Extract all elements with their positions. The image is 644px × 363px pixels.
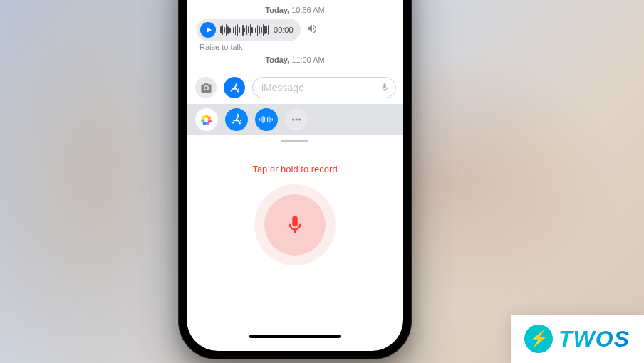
record-hint-label: Tap or hold to record (252, 164, 337, 174)
audio-waveform (220, 23, 269, 36)
imessage-apps-strip (187, 104, 403, 135)
microphone-icon (380, 83, 390, 93)
svg-rect-7 (259, 118, 260, 120)
svg-rect-8 (261, 117, 261, 122)
svg-point-6 (202, 116, 206, 120)
audio-message-bubble-row: 00:00 (197, 19, 403, 41)
iphone-device-frame: Today, 10:56 AM 00:00 Raise to talk (178, 0, 412, 359)
app-store-button[interactable] (224, 77, 245, 98)
svg-point-17 (296, 119, 298, 121)
timestamp-day-1: Today, (265, 6, 289, 14)
home-indicator[interactable] (249, 335, 341, 338)
timestamp-time-2: 11:00 AM (291, 56, 324, 64)
app-store-apps-icon (230, 113, 243, 126)
timestamp-day-2: Today, (265, 56, 289, 64)
bolt-icon: ⚡ (529, 331, 549, 347)
svg-point-3 (206, 122, 209, 125)
iphone-screen: Today, 10:56 AM 00:00 Raise to talk (187, 0, 403, 351)
timestamp-row-2: Today, 11:00 AM (187, 56, 403, 64)
message-placeholder: iMessage (261, 82, 304, 93)
play-icon (205, 26, 212, 33)
timestamp-row-1: Today, 10:56 AM (187, 6, 403, 14)
audio-duration: 00:00 (274, 26, 294, 34)
svg-rect-15 (272, 118, 273, 120)
ellipsis-icon (290, 113, 303, 126)
timestamp-time-1: 10:56 AM (291, 6, 324, 14)
watermark-logo: ⚡ (524, 325, 553, 353)
message-input[interactable]: iMessage (252, 77, 396, 98)
record-button[interactable] (264, 194, 326, 256)
app-store-icon (229, 82, 241, 94)
watermark-text: TWOS (559, 326, 630, 352)
audio-message-bubble[interactable]: 00:00 (197, 19, 301, 41)
app-photos[interactable] (195, 108, 218, 131)
audio-record-panel: Tap or hold to record (187, 142, 403, 351)
messages-conversation-area: Today, 10:56 AM 00:00 Raise to talk (187, 0, 403, 68)
app-more[interactable] (285, 108, 308, 131)
svg-rect-10 (264, 117, 265, 122)
app-audio-message[interactable] (255, 108, 278, 131)
svg-rect-9 (263, 116, 264, 123)
svg-point-16 (292, 119, 294, 121)
photos-icon (200, 113, 213, 126)
svg-point-18 (298, 119, 301, 121)
camera-icon (200, 82, 212, 94)
compose-row: iMessage (187, 74, 403, 101)
svg-rect-12 (267, 117, 268, 122)
svg-rect-13 (269, 116, 269, 123)
microphone-record-icon (284, 214, 306, 236)
app-store[interactable] (225, 108, 248, 131)
watermark-badge: ⚡ TWOS (511, 315, 644, 363)
svg-point-1 (207, 116, 211, 120)
svg-rect-11 (266, 118, 266, 121)
svg-point-5 (201, 119, 204, 122)
play-button[interactable] (200, 22, 216, 38)
audio-wave-icon (259, 113, 274, 126)
svg-rect-14 (271, 117, 271, 122)
raise-to-talk-caption: Raise to talk (199, 43, 403, 51)
speaker-icon[interactable] (306, 23, 318, 37)
camera-button[interactable] (195, 77, 217, 98)
